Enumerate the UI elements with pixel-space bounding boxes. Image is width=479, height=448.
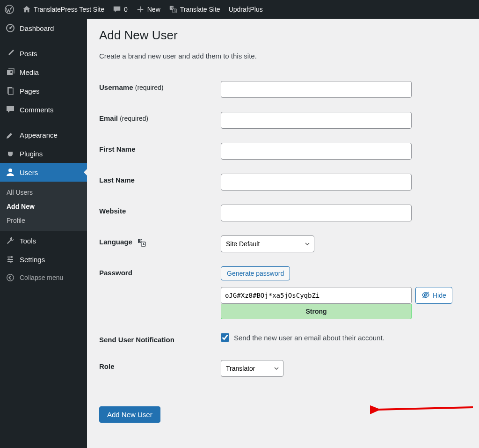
menu-settings-label: Settings — [20, 256, 45, 264]
role-select[interactable]: Translator — [221, 360, 283, 377]
admin-bar: TranslatePress Test Site 0 New 文A Transl… — [0, 0, 479, 19]
appearance-icon — [6, 130, 15, 140]
plugins-icon — [6, 149, 15, 158]
hide-label: Hide — [433, 292, 446, 299]
label-firstname: First Name — [99, 136, 216, 167]
menu-settings[interactable]: Settings — [0, 250, 87, 269]
label-notification: Send User Notification — [99, 326, 216, 353]
username-input[interactable] — [221, 81, 412, 98]
menu-pages[interactable]: Pages — [0, 81, 87, 100]
submenu-all-users[interactable]: All Users — [0, 185, 87, 199]
label-email: Email (required) — [99, 105, 216, 136]
translate-site-label: Translate Site — [180, 6, 220, 13]
svg-point-15 — [7, 274, 14, 281]
updraft-label: UpdraftPlus — [229, 6, 263, 13]
main-content: Add New User Create a brand new user and… — [87, 19, 479, 448]
label-language: Language 文A — [99, 228, 216, 259]
email-input[interactable] — [221, 112, 412, 129]
menu-users-label: Users — [20, 169, 38, 176]
hide-password-button[interactable]: Hide — [415, 287, 452, 304]
menu-users[interactable]: Users — [0, 163, 87, 182]
translate-icon: 文A — [137, 238, 146, 247]
collapse-icon — [6, 273, 15, 282]
settings-icon — [6, 255, 15, 264]
page-title: Add New User — [99, 28, 467, 43]
comments-count: 0 — [124, 6, 128, 13]
posts-icon — [6, 49, 15, 58]
submenu-add-new[interactable]: Add New — [0, 199, 87, 213]
admin-sidebar: Dashboard Posts Media Pages Comments App… — [0, 19, 87, 448]
user-form: Username (required) Email (required) Fir… — [99, 74, 467, 384]
menu-appearance[interactable]: Appearance — [0, 125, 87, 144]
language-select[interactable]: Site Default — [221, 235, 314, 252]
wp-logo[interactable] — [5, 5, 14, 14]
lastname-input[interactable] — [221, 174, 412, 191]
pages-icon — [6, 86, 15, 95]
dashboard-icon — [6, 23, 15, 33]
menu-media-label: Media — [20, 68, 39, 76]
menu-posts-label: Posts — [20, 50, 37, 58]
menu-posts[interactable]: Posts — [0, 44, 87, 63]
notification-label[interactable]: Send the new user an email about their a… — [221, 333, 462, 342]
wordpress-icon — [5, 5, 14, 14]
submenu-profile[interactable]: Profile — [0, 213, 87, 228]
svg-text:文: 文 — [171, 6, 174, 9]
new-label: New — [147, 6, 160, 13]
generate-password-button[interactable]: Generate password — [221, 266, 290, 280]
password-strength: Strong — [221, 304, 412, 319]
notification-checkbox[interactable] — [221, 333, 229, 342]
translate-site-link[interactable]: 文A Translate Site — [169, 5, 220, 14]
translate-icon: 文A — [169, 5, 177, 14]
menu-appearance-label: Appearance — [20, 131, 58, 139]
menu-dashboard[interactable]: Dashboard — [0, 19, 87, 37]
collapse-label: Collapse menu — [20, 274, 63, 281]
label-username: Username (required) — [99, 74, 216, 105]
comment-icon — [113, 5, 121, 14]
firstname-input[interactable] — [221, 143, 412, 160]
svg-point-6 — [9, 27, 11, 29]
label-role: Role — [99, 353, 216, 384]
menu-dashboard-label: Dashboard — [20, 24, 54, 32]
site-name[interactable]: TranslatePress Test Site — [22, 5, 104, 14]
label-lastname: Last Name — [99, 167, 216, 198]
menu-plugins[interactable]: Plugins — [0, 144, 87, 163]
eye-slash-icon — [421, 291, 430, 301]
svg-text:A: A — [143, 242, 145, 246]
menu-media[interactable]: Media — [0, 63, 87, 81]
comments-link[interactable]: 0 — [113, 5, 128, 14]
home-icon — [22, 5, 31, 14]
svg-point-13 — [8, 258, 10, 260]
notification-text: Send the new user an email about their a… — [234, 334, 385, 342]
collapse-menu[interactable]: Collapse menu — [0, 269, 87, 286]
new-content[interactable]: New — [136, 5, 160, 14]
svg-point-14 — [10, 261, 12, 263]
menu-pages-label: Pages — [20, 87, 40, 95]
tools-icon — [6, 236, 15, 245]
page-intro: Create a brand new user and add them to … — [99, 52, 467, 60]
website-input[interactable] — [221, 205, 412, 221]
svg-text:文: 文 — [139, 239, 143, 243]
menu-tools-label: Tools — [20, 237, 36, 245]
label-password: Password — [99, 259, 216, 326]
svg-point-8 — [10, 71, 12, 73]
password-input[interactable] — [221, 287, 412, 304]
users-icon — [6, 168, 15, 177]
menu-comments-label: Comments — [20, 106, 54, 114]
comments-icon — [6, 105, 15, 114]
media-icon — [6, 67, 15, 77]
submenu-users: All Users Add New Profile — [0, 182, 87, 231]
plus-icon — [136, 5, 145, 14]
menu-comments[interactable]: Comments — [0, 100, 87, 119]
add-user-button[interactable]: Add New User — [99, 406, 160, 423]
menu-plugins-label: Plugins — [20, 150, 43, 158]
svg-rect-10 — [8, 88, 13, 95]
svg-point-12 — [11, 256, 13, 258]
site-title: TranslatePress Test Site — [34, 6, 104, 13]
svg-point-11 — [8, 169, 12, 172]
label-website: Website — [99, 198, 216, 228]
menu-tools[interactable]: Tools — [0, 231, 87, 250]
updraft-link[interactable]: UpdraftPlus — [229, 6, 263, 13]
